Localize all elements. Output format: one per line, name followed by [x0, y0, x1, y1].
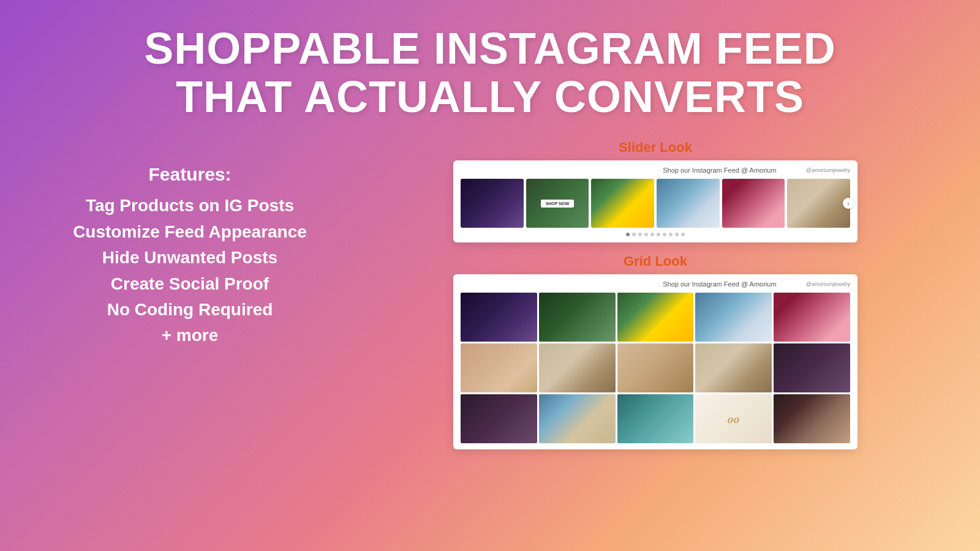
feature-item-4: Create Social Proof [73, 273, 307, 295]
grid-img-14: 𝒐𝒐 [695, 394, 772, 443]
main-container: SHOPPABLE INSTAGRAM FEED THAT ACTUALLY C… [0, 0, 980, 551]
slider-img-6 [787, 179, 850, 228]
dot-8 [669, 233, 673, 236]
shop-now-btn: SHOP NOW [541, 200, 575, 208]
slider-img-1 [461, 179, 524, 228]
dot-1 [626, 233, 630, 236]
features-title: Features: [148, 164, 231, 185]
slider-img-2: SHOP NOW [526, 179, 589, 228]
dot-6 [657, 233, 660, 236]
slider-img-4 [657, 179, 720, 228]
grid-img-4 [695, 293, 772, 342]
slider-img-3 [591, 179, 654, 228]
slider-feed-header: Shop our Instagram Feed @ Amorium @amori… [461, 167, 850, 174]
grid-row-1 [461, 293, 850, 342]
grid-img-1 [461, 293, 537, 342]
grid-img-5 [774, 293, 850, 342]
slider-card: Shop our Instagram Feed @ Amorium @amori… [453, 160, 858, 242]
previews-panel: Slider Look Shop our Instagram Feed @ Am… [368, 140, 943, 449]
grid-row-3: 𝒐𝒐 [461, 394, 850, 443]
grid-img-13 [617, 394, 694, 443]
grid-img-15 [774, 394, 850, 443]
grid-card: Shop our Instagram Feed @ Amorium @amori… [453, 274, 858, 449]
dot-3 [638, 233, 642, 236]
features-panel: Features: Tag Products on IG Posts Custo… [37, 140, 343, 371]
grid-img-11 [461, 394, 537, 443]
main-headline: SHOPPABLE INSTAGRAM FEED THAT ACTUALLY C… [144, 24, 835, 121]
headline-line2: THAT ACTUALLY CONVERTS [176, 72, 804, 121]
grid-img-6 [461, 343, 537, 392]
grid-img-10 [774, 343, 850, 392]
feature-item-1: Tag Products on IG Posts [73, 195, 307, 217]
slider-dots [461, 233, 850, 236]
dot-2 [632, 233, 636, 236]
dot-5 [650, 233, 654, 236]
earring-icon: 𝒐𝒐 [728, 412, 740, 426]
grid-feed-header: Shop our Instagram Feed @ Amorium @amori… [461, 280, 850, 288]
content-row: Features: Tag Products on IG Posts Custo… [37, 140, 943, 533]
dot-4 [644, 233, 648, 236]
feature-item-6: + more [73, 324, 307, 347]
slider-label: Slider Look [619, 140, 692, 156]
slider-preview-section: Slider Look Shop our Instagram Feed @ Am… [368, 140, 943, 242]
grid-feed-title: Shop our Instagram Feed @ Amorium [633, 280, 806, 288]
dot-9 [675, 233, 679, 236]
slider-img-5 [722, 179, 785, 228]
slider-next-arrow[interactable]: › [843, 198, 854, 209]
slider-feed-title: Shop our Instagram Feed @ Amorium [633, 167, 806, 174]
grid-img-7 [539, 343, 616, 392]
grid-preview-section: Grid Look Shop our Instagram Feed @ Amor… [368, 253, 943, 449]
grid-img-8 [617, 343, 694, 392]
grid-img-9 [695, 343, 772, 392]
headline-line1: SHOPPABLE INSTAGRAM FEED [144, 24, 835, 73]
grid-username: @amoriumjewelry [806, 281, 850, 287]
feature-item-3: Hide Unwanted Posts [73, 247, 307, 269]
dot-10 [681, 233, 685, 236]
grid-img-2 [539, 293, 616, 342]
grid-img-3 [617, 293, 694, 342]
grid-img-12 [539, 394, 616, 443]
grid-label: Grid Look [624, 253, 687, 269]
slider-images-container: SHOP NOW › [461, 179, 850, 228]
feature-item-5: No Coding Required [73, 299, 307, 321]
dot-7 [663, 233, 666, 236]
slider-username: @amoriumjewelry [806, 167, 850, 173]
features-list: Tag Products on IG Posts Customize Feed … [73, 195, 307, 347]
feature-item-2: Customize Feed Appearance [73, 221, 307, 243]
grid-row-2 [461, 343, 850, 392]
